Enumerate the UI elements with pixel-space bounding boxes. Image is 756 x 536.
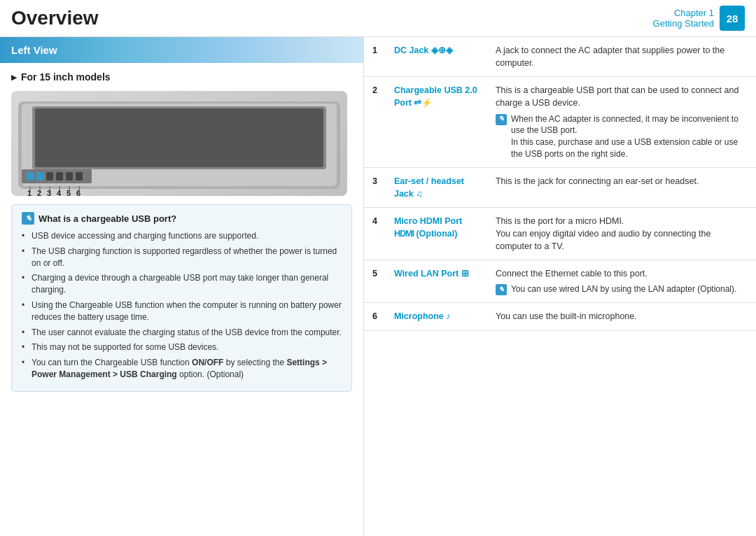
right-panel: 1 DC Jack ◈⊕◈ A jack to connect the AC a…	[364, 37, 756, 536]
table-row: 4 Micro HDMI Port HDMI (Optional) This i…	[364, 207, 756, 260]
list-item: Using the Chargeable USB function when t…	[22, 299, 342, 323]
note-item: ✎ You can use wired LAN by using the LAN…	[496, 283, 748, 295]
note-text: When the AC adapter is connected, it may…	[511, 113, 748, 160]
svg-rect-8	[56, 172, 63, 181]
feature-desc: This is the port for a micro HDMI.You ca…	[487, 207, 756, 260]
chapter-info: Chapter 1 Getting Started 28	[653, 6, 745, 31]
page-title: Overview	[11, 7, 99, 29]
feature-name: DC Jack ◈⊕◈	[386, 37, 487, 77]
svg-text:1: 1	[27, 189, 31, 196]
left-panel: Left View For 15 inch models	[0, 37, 364, 536]
list-item: The USB charging function is supported r…	[22, 246, 342, 269]
svg-text:5: 5	[66, 189, 71, 196]
svg-rect-5	[27, 172, 34, 181]
page-header: Overview Chapter 1 Getting Started 28	[0, 0, 756, 37]
info-icon: ✎	[22, 212, 34, 225]
row-num: 5	[364, 260, 386, 303]
info-box: ✎ What is a chargeable USB port? USB dev…	[11, 204, 352, 392]
chapter-label: Chapter 1 Getting Started	[653, 8, 714, 29]
feature-name: Micro HDMI Port HDMI (Optional)	[386, 207, 487, 260]
list-item: This may not be supported for some USB d…	[22, 341, 342, 353]
table-row: 5 Wired LAN Port ⊞ Connect the Ethernet …	[364, 260, 756, 303]
features-table: 1 DC Jack ◈⊕◈ A jack to connect the AC a…	[364, 37, 756, 331]
page-number: 28	[720, 6, 745, 31]
list-item: Charging a device through a chargeable U…	[22, 272, 342, 296]
svg-text:3: 3	[47, 189, 51, 196]
left-content: For 15 inch models	[0, 63, 363, 400]
row-num: 6	[364, 303, 386, 330]
svg-text:2: 2	[37, 189, 41, 196]
list-item: You can turn the Chargeable USB function…	[22, 357, 342, 381]
row-num: 2	[364, 77, 386, 167]
feature-desc: Connect the Ethernet cable to this port.…	[487, 260, 756, 303]
note-icon: ✎	[496, 284, 507, 295]
table-row: 3 Ear-set / headset Jack ♫ This is the j…	[364, 167, 756, 207]
table-row: 2 Chargeable USB 2.0 Port ⇌⚡ This is a c…	[364, 77, 756, 167]
list-item: The user cannot evaluate the charging st…	[22, 327, 342, 339]
info-list: USB device accessing and charging functi…	[22, 230, 342, 381]
table-row: 6 Microphone ♪ You can use the built-in …	[364, 303, 756, 330]
main-content: Left View For 15 inch models	[0, 37, 756, 536]
svg-rect-10	[76, 172, 83, 181]
feature-desc: A jack to connect the AC adapter that su…	[487, 37, 756, 77]
row-num: 4	[364, 207, 386, 260]
feature-desc: You can use the built-in microphone.	[487, 303, 756, 330]
feature-name: Microphone ♪	[386, 303, 487, 330]
info-box-title: ✎ What is a chargeable USB port?	[22, 212, 342, 225]
note-text: You can use wired LAN by using the LAN a…	[511, 283, 736, 295]
row-num: 1	[364, 37, 386, 77]
table-row: 1 DC Jack ◈⊕◈ A jack to connect the AC a…	[364, 37, 756, 77]
feature-name: Wired LAN Port ⊞	[386, 260, 487, 303]
note-item: ✎ When the AC adapter is connected, it m…	[496, 113, 748, 160]
list-item: USB device accessing and charging functi…	[22, 230, 342, 242]
svg-rect-7	[46, 172, 53, 181]
feature-name: Ear-set / headset Jack ♫	[386, 167, 487, 207]
svg-text:6: 6	[76, 189, 80, 196]
svg-rect-3	[35, 108, 323, 167]
row-num: 3	[364, 167, 386, 207]
svg-rect-9	[66, 172, 73, 181]
svg-text:4: 4	[57, 189, 62, 196]
feature-desc: This is a chargeable USB port that can b…	[487, 77, 756, 167]
section-header: Left View	[0, 37, 363, 63]
feature-desc: This is the jack for connecting an ear-s…	[487, 167, 756, 207]
feature-name: Chargeable USB 2.0 Port ⇌⚡	[386, 77, 487, 167]
laptop-image: 1 2 3 4 5 6	[11, 91, 347, 196]
svg-rect-6	[36, 172, 43, 181]
note-icon: ✎	[496, 114, 507, 125]
for-models-label: For 15 inch models	[11, 71, 352, 83]
